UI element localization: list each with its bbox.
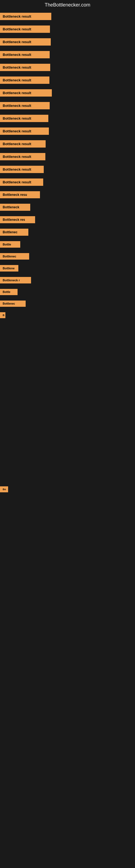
bottleneck-badge: Bottleneck bbox=[0, 204, 30, 211]
list-item: Bottleneck r bbox=[0, 274, 135, 286]
bottleneck-badge: Bottleneck result bbox=[0, 127, 49, 135]
bottleneck-badge: Bottleneck result bbox=[0, 166, 44, 173]
bottleneck-badge: Bottlene bbox=[0, 265, 18, 272]
list-item: Bottlenec bbox=[0, 250, 135, 262]
bottleneck-badge: Bottleneck r bbox=[0, 277, 31, 283]
bottleneck-badge: Bottleneck result bbox=[0, 26, 50, 33]
list-item: Bottleneck result bbox=[0, 61, 135, 74]
bottleneck-badge: Bottlenec bbox=[0, 229, 28, 236]
bottom-spacer bbox=[0, 495, 135, 631]
list-item: Bottleneck result bbox=[0, 74, 135, 87]
list-item: Bottleneck bbox=[0, 201, 135, 214]
list-item: Bottleneck result bbox=[0, 99, 135, 112]
list-item: Bottleneck result bbox=[0, 163, 135, 176]
bottleneck-badge: Bottleneck result bbox=[0, 89, 52, 97]
bottleneck-badge: Bottleneck result bbox=[0, 13, 51, 20]
list-item: Bottlenec bbox=[0, 298, 135, 310]
list-item: Bottleneck result bbox=[0, 23, 135, 35]
list-item: B bbox=[0, 310, 135, 321]
list-item: Bottleneck result bbox=[0, 48, 135, 61]
list-item: Bottleneck result bbox=[0, 176, 135, 188]
bottleneck-badge: Bottleneck res bbox=[0, 216, 35, 223]
bottleneck-badge: Bottle bbox=[0, 241, 20, 248]
bottleneck-badge: B bbox=[0, 312, 5, 318]
bottleneck-badge: Bottlenec bbox=[0, 301, 26, 307]
bottleneck-badge: Bottleneck result bbox=[0, 179, 43, 186]
list-item: Bottleneck res bbox=[0, 214, 135, 226]
bottleneck-badge: Bottleneck result bbox=[0, 115, 48, 122]
page-container: TheBottlenecker.com Bottleneck result Bo… bbox=[0, 0, 135, 631]
list-item-bottom: Bo bbox=[0, 484, 135, 495]
gap-section bbox=[0, 321, 135, 380]
bottleneck-badge: Bottleneck result bbox=[0, 64, 50, 71]
list-item: Bottleneck result bbox=[0, 10, 135, 23]
bottleneck-badge-bottom: Bo bbox=[0, 486, 8, 492]
list-item: Bottleneck result bbox=[0, 35, 135, 48]
list-item: Bottle bbox=[0, 286, 135, 298]
list-item: Bottlene bbox=[0, 262, 135, 274]
list-item: Bottleneck result bbox=[0, 112, 135, 125]
bottleneck-badge: Bottleneck result bbox=[0, 140, 46, 148]
list-item: Bottleneck result bbox=[0, 125, 135, 137]
site-title: TheBottlenecker.com bbox=[0, 0, 135, 10]
list-item: Bottleneck resu bbox=[0, 188, 135, 201]
gap-section-2 bbox=[0, 380, 135, 435]
bottleneck-badge: Bottleneck result bbox=[0, 76, 49, 84]
bottleneck-badge: Bottleneck result bbox=[0, 153, 45, 160]
gap-section-3 bbox=[0, 435, 135, 484]
bottleneck-badge: Bottlenec bbox=[0, 253, 29, 259]
list-item: Bottleneck result bbox=[0, 137, 135, 150]
list-item: Bottleneck result bbox=[0, 87, 135, 99]
list-item: Bottlenec bbox=[0, 226, 135, 239]
bottleneck-badge: Bottle bbox=[0, 289, 17, 295]
bottleneck-badge: Bottleneck resu bbox=[0, 191, 40, 198]
list-item: Bottle bbox=[0, 239, 135, 250]
bottleneck-badge: Bottleneck result bbox=[0, 38, 51, 45]
list-item: Bottleneck result bbox=[0, 150, 135, 163]
bottleneck-badge: Bottleneck result bbox=[0, 51, 50, 58]
bottleneck-badge: Bottleneck result bbox=[0, 102, 50, 109]
